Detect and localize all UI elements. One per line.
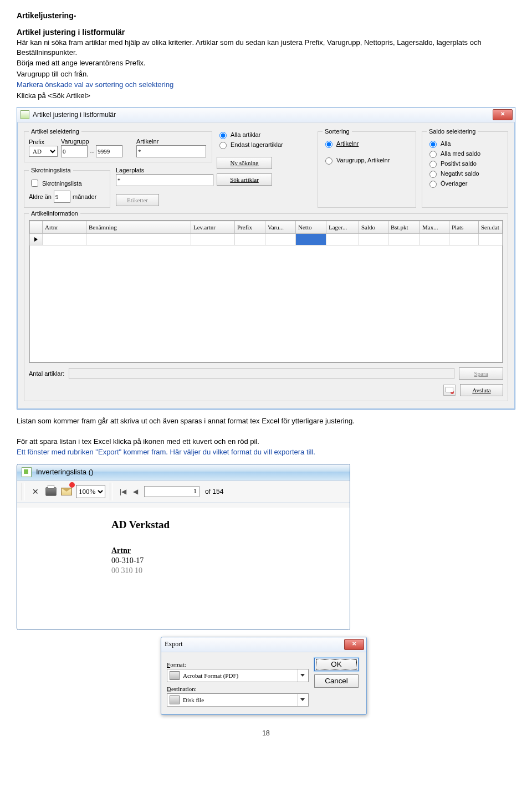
destination-combobox[interactable]: Disk file bbox=[167, 693, 309, 707]
page-number: 18 bbox=[17, 729, 515, 737]
format-value: Acrobat Format (PDF) bbox=[183, 672, 298, 679]
artikel-justering-dialog: Artikel justering i listformulär ✕ Artik… bbox=[17, 107, 515, 410]
preview-title: AD Verkstad bbox=[111, 519, 350, 531]
col-max[interactable]: Max... bbox=[420, 221, 449, 234]
red-arrow-icon bbox=[69, 482, 75, 488]
col-benamning[interactable]: Benämning bbox=[86, 221, 191, 234]
chevron-down-icon bbox=[298, 694, 307, 706]
table-empty-area bbox=[29, 245, 503, 362]
col-artnr[interactable]: Artnr bbox=[43, 221, 86, 234]
window-title: Artikel justering i listformulär bbox=[33, 111, 116, 119]
page-heading: Artikeljustering- bbox=[17, 11, 515, 20]
group-legend: Artikelinformation bbox=[29, 210, 80, 217]
table-row[interactable] bbox=[30, 234, 503, 245]
aldre-input[interactable] bbox=[54, 191, 70, 203]
aldre-label: Äldre än bbox=[29, 193, 52, 200]
artikelinformation-group: Artikelinformation Artnr Benämning Lev.a… bbox=[24, 210, 508, 401]
saldo-overlager-radio[interactable]: Överlager bbox=[427, 179, 503, 188]
close-button[interactable]: ✕ bbox=[493, 109, 513, 120]
envelope-icon bbox=[61, 488, 72, 495]
print-button[interactable] bbox=[45, 485, 57, 498]
lagerplats-input[interactable] bbox=[116, 174, 213, 186]
app-icon bbox=[22, 467, 32, 477]
intro-paragraph: Här kan ni söka fram artiklar med hjälp … bbox=[17, 38, 515, 57]
intro-line: Markera önskade val av sortering och sel… bbox=[17, 80, 515, 90]
sortering-group: Sortering Artikelnr Varugrupp, Artikelnr bbox=[318, 128, 416, 208]
col-saldo[interactable]: Saldo bbox=[359, 221, 388, 234]
page-number-input[interactable] bbox=[144, 486, 200, 497]
after-paragraph: Ett fönster med rubriken "Export" kommer… bbox=[17, 447, 515, 457]
manader-label: månader bbox=[73, 193, 96, 200]
avsluta-button[interactable]: Avsluta bbox=[460, 384, 503, 396]
col-lager[interactable]: Lager... bbox=[326, 221, 359, 234]
group-legend: Skrotningslista bbox=[29, 167, 73, 173]
group-legend: Saldo selektering bbox=[427, 128, 478, 135]
row-pointer-icon bbox=[34, 237, 38, 242]
after-paragraph: Listan som kommer fram går att skriva ut… bbox=[17, 416, 515, 426]
sort-artikelnr-radio[interactable]: Artikelnr bbox=[323, 139, 411, 148]
first-page-button[interactable]: |◀ bbox=[117, 486, 129, 497]
export-dialog: Export ✕ Format: Acrobat Format (PDF) De… bbox=[161, 637, 367, 715]
titlebar: Inverteringslista () bbox=[17, 464, 350, 480]
zoom-select[interactable]: 100% bbox=[76, 485, 105, 498]
varugrupp-from-input[interactable] bbox=[61, 145, 88, 157]
varugrupp-to-input[interactable] bbox=[96, 145, 122, 157]
spara-button[interactable]: Spara bbox=[459, 367, 503, 380]
destination-value: Disk file bbox=[183, 697, 298, 703]
close-icon bbox=[32, 487, 39, 496]
preview-column-header: Artnr bbox=[111, 546, 350, 555]
col-plats[interactable]: Plats bbox=[449, 221, 479, 234]
titlebar: Artikel justering i listformulär ✕ bbox=[17, 108, 515, 122]
format-combobox[interactable]: Acrobat Format (PDF) bbox=[167, 669, 309, 682]
saldo-alla-radio[interactable]: Alla bbox=[427, 139, 503, 148]
after-paragraph: För att spara listan i tex Excel klicka … bbox=[17, 437, 515, 447]
endast-lager-radio[interactable]: Endast lagerartiklar bbox=[217, 140, 311, 149]
skrotningslista-checkbox[interactable]: Skrotningslista bbox=[29, 178, 105, 188]
ny-sokning-button[interactable]: Ny sökning bbox=[217, 157, 272, 169]
destination-label: Destination: bbox=[167, 686, 309, 692]
intro-line: Varugrupp till och från. bbox=[17, 69, 515, 79]
app-icon bbox=[21, 110, 29, 119]
col-levartnr[interactable]: Lev.artnr bbox=[191, 221, 235, 234]
close-preview-button[interactable] bbox=[29, 485, 42, 498]
printer-icon bbox=[45, 487, 57, 496]
artikel-selektering-group: Artikel selektering Prefix AD Varugrupp bbox=[24, 128, 212, 162]
format-label: Format: bbox=[167, 661, 309, 668]
col-bstpkt[interactable]: Bst.pkt bbox=[388, 221, 420, 234]
group-legend: Artikel selektering bbox=[29, 128, 81, 135]
prev-page-button[interactable]: ◀ bbox=[130, 486, 141, 497]
col-netto[interactable]: Netto bbox=[296, 221, 326, 234]
range-separator: -- bbox=[90, 148, 94, 155]
etiketter-button[interactable]: Etiketter bbox=[116, 194, 159, 206]
col-varu[interactable]: Varu... bbox=[265, 221, 296, 234]
document-preview: AD Verkstad Artnr 00-310-17 00 310 10 bbox=[17, 503, 350, 630]
print-preview-window: Inverteringslista () 100% |◀ ◀ of 154 AD… bbox=[17, 464, 350, 630]
intro-line: Börja med att ange leverantörens Prefix. bbox=[17, 58, 515, 68]
sort-varugrupp-radio[interactable]: Varugrupp, Artikelnr bbox=[323, 156, 411, 165]
artikelnr-input[interactable] bbox=[136, 145, 206, 157]
saldo-negativt-radio[interactable]: Negativt saldo bbox=[427, 169, 503, 178]
window-title: Inverteringslista () bbox=[36, 468, 93, 476]
ok-button[interactable]: OK bbox=[314, 658, 359, 671]
sok-artiklar-button[interactable]: Sök artiklar bbox=[217, 173, 272, 186]
export-envelope-icon[interactable] bbox=[443, 385, 456, 396]
prefix-select[interactable]: AD bbox=[29, 146, 58, 157]
close-button[interactable]: ✕ bbox=[344, 639, 364, 650]
cancel-button[interactable]: Cancel bbox=[314, 674, 359, 688]
export-button[interactable] bbox=[60, 485, 73, 498]
group-legend: Sortering bbox=[323, 128, 352, 135]
saldo-selektering-group: Saldo selektering Alla Alla med saldo Po… bbox=[422, 128, 508, 208]
intro-line: Klicka på <Sök Artikel> bbox=[17, 91, 515, 101]
titlebar: Export ✕ bbox=[161, 637, 366, 652]
page-subheading: Artikel justering i listformulär bbox=[17, 28, 515, 37]
status-box bbox=[69, 368, 454, 379]
col-sendat[interactable]: Sen.dat bbox=[479, 221, 503, 234]
saldo-med-saldo-radio[interactable]: Alla med saldo bbox=[427, 149, 503, 158]
antal-artiklar-label: Antal artiklar: bbox=[29, 370, 64, 377]
col-prefix[interactable]: Prefix bbox=[235, 221, 265, 234]
saldo-positivt-radio[interactable]: Positivt saldo bbox=[427, 159, 503, 168]
alla-artiklar-radio[interactable]: Alla artiklar bbox=[217, 130, 311, 139]
page-of-label: of 154 bbox=[205, 488, 223, 495]
prefix-label: Prefix bbox=[29, 139, 59, 145]
pdf-icon bbox=[170, 671, 180, 680]
